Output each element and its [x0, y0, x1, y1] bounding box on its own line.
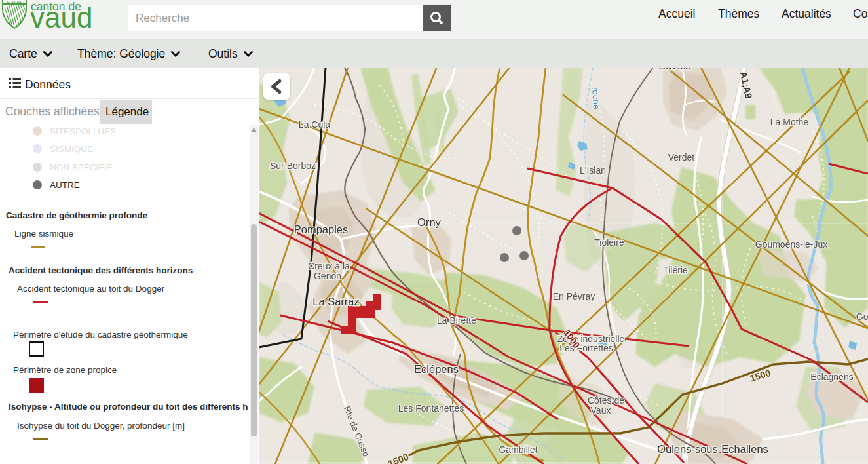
svg-text:Eclagnens: Eclagnens	[810, 372, 853, 382]
svg-text:Orny: Orny	[417, 216, 442, 228]
svg-text:Creux à la: Creux à la	[308, 261, 350, 271]
svg-text:Les Fortettes: Les Fortettes	[559, 343, 613, 353]
svg-text:Genon: Genon	[314, 271, 341, 281]
svg-text:Eclépens: Eclépens	[414, 363, 459, 375]
svg-text:Gambillet: Gambillet	[499, 444, 537, 455]
svg-text:Tioleire: Tioleire	[594, 237, 624, 248]
svg-text:Vaux: Vaux	[591, 405, 611, 416]
svg-text:Sur Borboz: Sur Borboz	[270, 161, 316, 171]
svg-text:La Mothe: La Mothe	[770, 117, 809, 127]
svg-text:L'Islan: L'Islan	[580, 165, 606, 176]
svg-text:Pompaples: Pompaples	[294, 223, 349, 235]
svg-text:Oulens-sous-Echallens: Oulens-sous-Echallens	[657, 443, 768, 455]
svg-text:Côtes de: Côtes de	[588, 395, 624, 406]
svg-text:Bavois: Bavois	[658, 68, 691, 71]
svg-text:roche: roche	[590, 87, 601, 110]
svg-text:La Birette: La Birette	[437, 315, 476, 326]
svg-text:La Sarraz: La Sarraz	[312, 296, 360, 307]
svg-text:Les Fontanettes: Les Fontanettes	[398, 403, 464, 414]
svg-text:vaud: vaud	[30, 1, 92, 33]
svg-text:Verdet: Verdet	[668, 152, 695, 163]
svg-text:Goumoens-le-Jux: Goumoens-le-Jux	[755, 239, 828, 250]
svg-text:En Pévray: En Pévray	[553, 291, 595, 301]
svg-text:ET PATRIE: ET PATRIE	[7, 1, 22, 4]
svg-text:Tilérie: Tilérie	[663, 265, 688, 275]
svg-text:Gou: Gou	[856, 311, 868, 322]
svg-text:La Cula: La Cula	[299, 119, 330, 130]
